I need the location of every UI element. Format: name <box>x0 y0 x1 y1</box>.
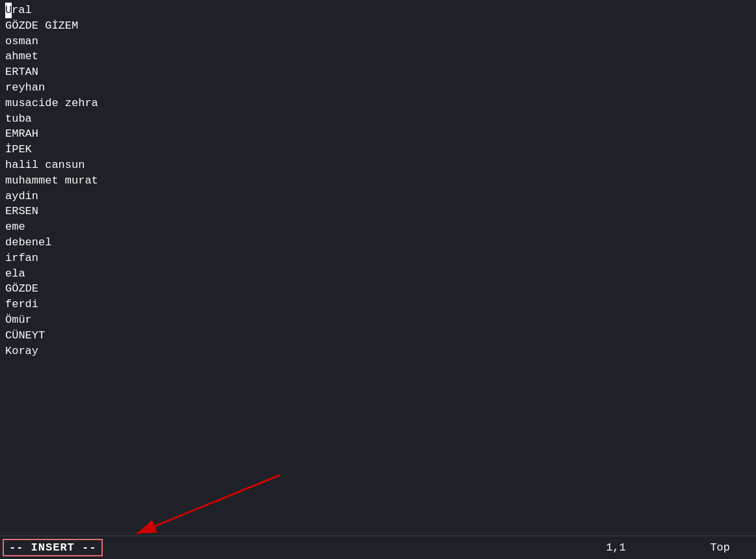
insert-mode-indicator: -- INSERT -- <box>3 539 103 556</box>
editor-line: irfan <box>5 251 751 266</box>
editor-line: ahmet <box>5 49 751 64</box>
editor-area[interactable]: UralGÖZDE GİZEMosmanahmetERTANreyhanmusa… <box>0 0 756 536</box>
editor-line: Ural <box>5 3 751 18</box>
cursor-position: 1,1 <box>606 541 626 554</box>
editor-line: ERTAN <box>5 64 751 80</box>
scroll-position: Top <box>710 541 730 554</box>
editor-line: EMRAH <box>5 126 751 142</box>
editor-line: GÖZDE <box>5 281 751 297</box>
editor-line: GÖZDE GİZEM <box>5 18 751 34</box>
editor-line: muhammet murat <box>5 173 751 189</box>
editor-line: debenel <box>5 235 751 251</box>
editor-line: ferdi <box>5 297 751 312</box>
editor-line: reyhan <box>5 80 751 96</box>
editor-line: Koray <box>5 344 751 359</box>
editor-line: tuba <box>5 111 751 127</box>
editor-line: eme <box>5 219 751 235</box>
editor-line: musacide zehra <box>5 96 751 111</box>
editor-line: CÜNEYT <box>5 328 751 344</box>
editor-line: aydin <box>5 189 751 204</box>
editor-line: İPEK <box>5 142 751 157</box>
editor-line: halil cansun <box>5 157 751 173</box>
editor-line: Ömür <box>5 312 751 328</box>
editor-line: osman <box>5 34 751 49</box>
editor-line: ERSEN <box>5 204 751 219</box>
editor-line: ela <box>5 266 751 282</box>
status-bar: -- INSERT -- 1,1 Top <box>0 536 756 559</box>
